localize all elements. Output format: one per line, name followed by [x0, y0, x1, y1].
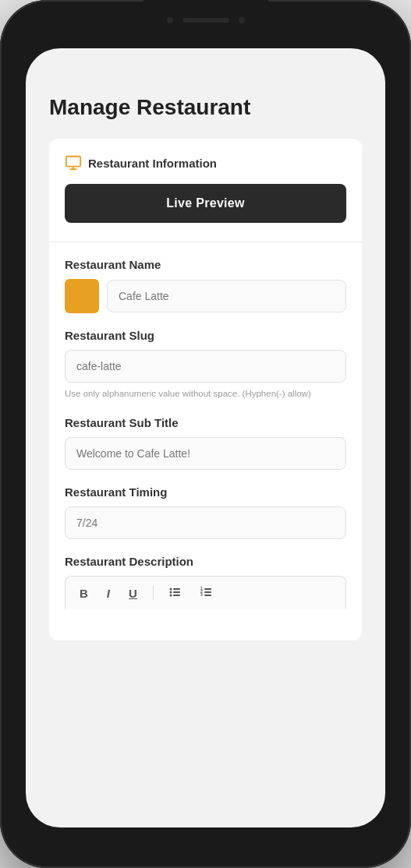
notch-dot-2 [239, 17, 245, 23]
unordered-list-button[interactable] [166, 584, 185, 602]
svg-point-8 [169, 595, 172, 597]
underline-button[interactable]: U [126, 586, 140, 601]
restaurant-subtitle-group: Restaurant Sub Title [65, 416, 346, 470]
restaurant-slug-input[interactable] [65, 350, 346, 383]
restaurant-timing-input[interactable] [65, 506, 346, 539]
restaurant-subtitle-label: Restaurant Sub Title [65, 416, 346, 429]
color-swatch[interactable] [65, 279, 99, 313]
section-title: Restaurant Information [88, 157, 217, 170]
phone-notch [128, 9, 284, 31]
restaurant-name-label: Restaurant Name [65, 258, 346, 271]
restaurant-name-group: Restaurant Name [65, 258, 346, 313]
svg-point-7 [169, 591, 172, 594]
restaurant-slug-hint: Use only alphanumeric value without spac… [65, 387, 346, 400]
notch-pill [182, 18, 229, 23]
restaurant-info-icon [65, 154, 82, 171]
svg-point-6 [169, 588, 172, 591]
italic-button[interactable]: I [104, 586, 113, 601]
ordered-list-button[interactable]: 1 2 3 [197, 584, 216, 602]
notch-dot-1 [167, 17, 173, 23]
restaurant-name-input[interactable] [107, 280, 346, 312]
svg-rect-3 [173, 588, 180, 590]
phone-screen: Manage Restaurant Restaurant Information… [26, 48, 385, 827]
page-title: Manage Restaurant [49, 95, 362, 120]
restaurant-timing-group: Restaurant Timing [65, 485, 346, 539]
svg-rect-9 [204, 588, 211, 590]
restaurant-timing-label: Restaurant Timing [65, 485, 346, 499]
toolbar-separator [153, 586, 154, 600]
screen-content: Manage Restaurant Restaurant Information… [26, 48, 385, 827]
svg-rect-0 [66, 157, 80, 167]
restaurant-description-label: Restaurant Description [65, 555, 346, 568]
svg-rect-11 [204, 595, 211, 596]
phone-frame: Manage Restaurant Restaurant Information… [0, 0, 411, 868]
restaurant-subtitle-input[interactable] [65, 437, 346, 470]
svg-rect-5 [173, 595, 180, 596]
svg-rect-10 [204, 591, 211, 593]
live-preview-button[interactable]: Live Preview [65, 184, 346, 223]
divider [49, 242, 362, 242]
section-header: Restaurant Information [65, 154, 346, 171]
description-toolbar: B I U [65, 576, 346, 609]
restaurant-slug-label: Restaurant Slug [65, 329, 346, 342]
svg-text:3: 3 [200, 592, 203, 597]
restaurant-slug-group: Restaurant Slug Use only alphanumeric va… [65, 329, 346, 400]
svg-rect-4 [173, 591, 180, 593]
restaurant-info-card: Restaurant Information Live Preview Rest… [49, 139, 362, 640]
restaurant-description-group: Restaurant Description B I U [65, 555, 346, 609]
bold-button[interactable]: B [76, 586, 91, 601]
restaurant-name-row [65, 279, 346, 313]
